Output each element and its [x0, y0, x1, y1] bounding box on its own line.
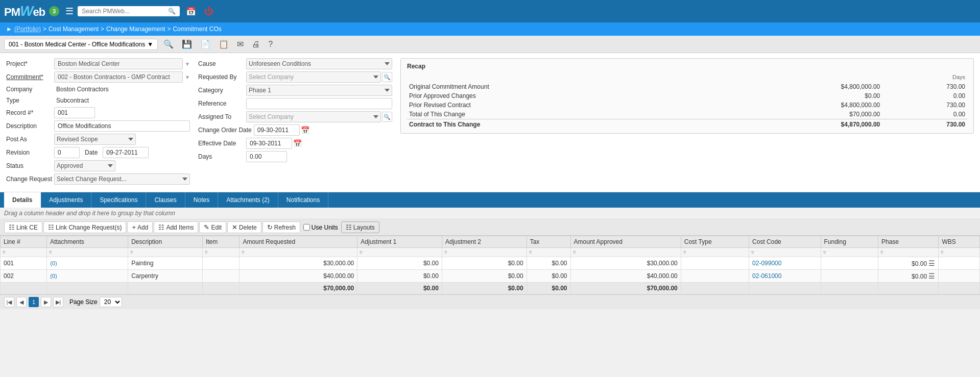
search-toolbar-button[interactable]: 🔍 — [161, 38, 176, 51]
cell-line: 001 — [1, 257, 47, 270]
group-hint-bar: Drag a column header and drop it here to… — [0, 208, 980, 219]
commitment-input[interactable] — [54, 71, 183, 83]
change-order-date-input[interactable] — [254, 124, 300, 136]
link-ce-icon: ☷ — [9, 223, 15, 231]
tab-notes[interactable]: Notes — [185, 192, 218, 208]
category-select[interactable]: Phase 1 — [246, 85, 392, 96]
record-label: Record #* — [6, 109, 52, 116]
attachment-link[interactable]: (0) — [50, 260, 57, 266]
assigned-to-label: Assigned To — [198, 113, 244, 120]
cell-amount-requested: $40,000.00 — [240, 270, 357, 283]
change-order-date-calendar-icon[interactable]: 📅 — [301, 126, 309, 134]
total-tax: $0.00 — [527, 283, 570, 294]
link-ce-button[interactable]: ☷ Link CE — [4, 221, 42, 233]
total-funding — [821, 283, 878, 294]
revision-row: Revision Date — [6, 147, 190, 158]
breadcrumb-portfolio[interactable]: (Portfolio) — [14, 26, 41, 33]
tablet-button[interactable]: 📄 — [198, 38, 213, 51]
change-request-select[interactable]: Select Change Request... — [54, 173, 190, 185]
help-button[interactable]: ? — [266, 38, 275, 51]
cause-select[interactable]: Unforeseen Conditions — [246, 58, 392, 69]
save-button[interactable]: 💾 — [179, 38, 195, 51]
footer-bar: |◀ ◀ 1 ▶ ▶| Page Size 20 — [0, 294, 980, 309]
tab-specifications[interactable]: Specifications — [91, 192, 146, 208]
attachment-link[interactable]: (0) — [50, 273, 57, 279]
requested-by-search-button[interactable]: 🔍 — [382, 72, 392, 82]
search-box[interactable]: 🔍 — [78, 6, 180, 16]
breadcrumb-commitment: Commitment COs — [173, 26, 221, 33]
cell-phase: $0.00 ☰ — [878, 270, 938, 283]
use-units-checkbox[interactable] — [303, 224, 310, 231]
page-size-select[interactable]: 20 — [100, 297, 122, 307]
delete-label: Delete — [239, 224, 257, 231]
first-page-button[interactable]: |◀ — [4, 297, 14, 307]
row-menu-icon[interactable]: ☰ — [928, 259, 935, 267]
cell-attachments: (0) — [47, 257, 128, 270]
layouts-button[interactable]: ☷ Layouts — [341, 221, 379, 233]
col-cost-code: Cost Code — [749, 236, 821, 248]
days-input[interactable] — [246, 151, 287, 162]
col-item: Item — [202, 236, 240, 248]
power-icon[interactable]: ⏻ — [204, 6, 213, 17]
cost-code-link[interactable]: 02-099000 — [752, 260, 781, 267]
total-cost-type — [681, 283, 749, 294]
effective-date-calendar-icon[interactable]: 📅 — [293, 139, 302, 147]
row-menu-icon[interactable]: ☰ — [928, 272, 935, 280]
status-select[interactable]: Approved — [54, 160, 115, 171]
search-input[interactable] — [82, 8, 166, 15]
filter-wbs-icon: ▿ — [941, 249, 944, 256]
recap-row-amount: $70,000.00 — [721, 110, 882, 119]
delete-button[interactable]: ✕ Delete — [227, 221, 261, 233]
last-page-button[interactable]: ▶| — [53, 297, 63, 307]
data-grid-container: Line # Attachments Description Item Amou… — [0, 236, 980, 294]
effective-date-input[interactable] — [246, 138, 292, 149]
email-button[interactable]: ✉ — [234, 38, 246, 51]
grid-total-row: $70,000.00 $0.00 $0.00 $0.00 $70,000.00 — [1, 283, 980, 294]
hamburger-icon[interactable]: ☰ — [65, 6, 74, 17]
prev-page-button[interactable]: ◀ — [16, 297, 27, 307]
refresh-icon: ↻ — [267, 223, 273, 231]
recap-row: Prior Approved Changes $0.00 0.00 — [407, 91, 967, 100]
next-page-button[interactable]: ▶ — [41, 297, 51, 307]
project-selector-dropdown[interactable]: 001 - Boston Medical Center - Office Mod… — [4, 39, 158, 50]
add-button[interactable]: + Add — [127, 221, 153, 233]
tab-adjustments[interactable]: Adjustments — [41, 192, 91, 208]
date-input[interactable] — [103, 147, 149, 158]
project-input[interactable] — [54, 58, 183, 69]
reference-input[interactable] — [246, 98, 392, 109]
cell-cost-code: 02-099000 — [749, 257, 821, 270]
tab-attachments[interactable]: Attachments (2) — [218, 192, 278, 208]
edit-button[interactable]: ✎ Edit — [199, 221, 226, 233]
breadcrumb-cost-mgmt: Cost Management — [49, 26, 99, 33]
detail-toolbar: ☷ Link CE ☷ Link Change Request(s) + Add… — [0, 219, 980, 236]
refresh-button[interactable]: ↻ Refresh — [262, 221, 300, 233]
add-items-button[interactable]: ☷ Add Items — [154, 221, 198, 233]
form-right: Recap Days Original Commitment Amount $4… — [400, 58, 974, 187]
calendar-icon[interactable]: 📅 — [186, 7, 196, 16]
link-cr-icon: ☷ — [48, 223, 54, 231]
copy-button[interactable]: 📋 — [216, 38, 231, 51]
effective-date-field: 📅 — [246, 138, 392, 149]
cost-code-link[interactable]: 02-061000 — [752, 272, 781, 280]
print-button[interactable]: 🖨 — [249, 38, 262, 51]
assigned-to-select[interactable]: Select Company — [246, 111, 381, 122]
description-input[interactable] — [54, 120, 190, 132]
cell-tax: $0.00 — [527, 270, 570, 283]
link-cr-button[interactable]: ☷ Link Change Request(s) — [43, 221, 126, 233]
tab-notifications[interactable]: Notifications — [278, 192, 328, 208]
revision-label: Revision — [6, 149, 52, 156]
tab-clauses[interactable]: Clauses — [146, 192, 185, 208]
add-label: Add — [137, 224, 148, 231]
layouts-icon: ☷ — [346, 223, 352, 231]
top-bar: PMWeb 3 ☰ 🔍 📅 ⏻ — [0, 0, 980, 22]
recap-col-amount-header — [721, 73, 882, 82]
assigned-to-search-button[interactable]: 🔍 — [382, 112, 392, 122]
record-input[interactable] — [54, 107, 95, 118]
post-as-select[interactable]: Revised Scope — [54, 134, 136, 145]
add-items-icon: ☷ — [158, 223, 164, 231]
revision-input[interactable] — [54, 147, 80, 158]
requested-by-select[interactable]: Select Company — [246, 71, 381, 83]
tab-details[interactable]: Details — [4, 192, 41, 208]
add-items-label: Add Items — [166, 224, 194, 231]
cell-description: Carpentry — [128, 270, 203, 283]
